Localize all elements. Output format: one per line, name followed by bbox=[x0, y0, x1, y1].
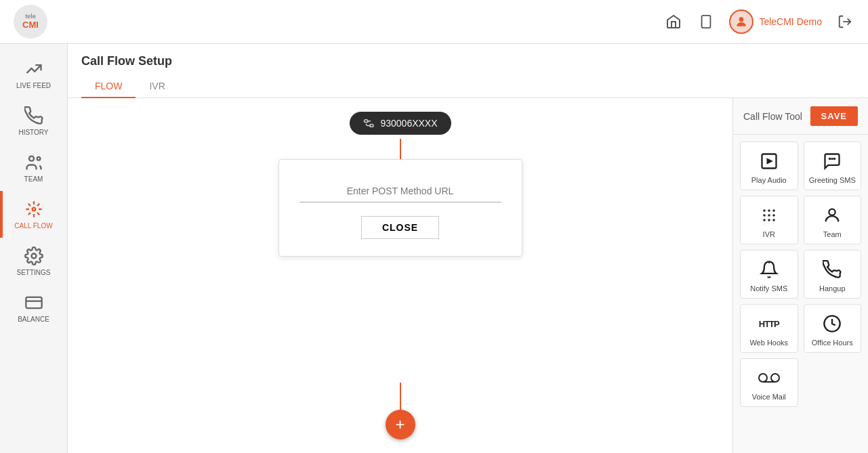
svg-point-22 bbox=[763, 219, 766, 221]
tool-notify-sms[interactable]: Notify SMS bbox=[740, 250, 798, 299]
svg-point-25 bbox=[829, 209, 835, 215]
svg-point-6 bbox=[32, 208, 35, 211]
svg-rect-8 bbox=[26, 297, 41, 308]
tool-label-greeting-sms: Greeting SMS bbox=[809, 176, 856, 184]
sidebar-label-history: HISTORY bbox=[18, 129, 48, 136]
svg-point-17 bbox=[768, 209, 770, 212]
mobile-icon[interactable] bbox=[697, 12, 716, 31]
right-panel: Call Flow Tool SAVE Play Audio bbox=[732, 98, 868, 453]
svg-point-4 bbox=[29, 156, 34, 161]
svg-point-20 bbox=[768, 214, 770, 217]
tab-ivr[interactable]: IVR bbox=[136, 75, 178, 98]
sidebar-label-balance: BALANCE bbox=[18, 316, 49, 323]
tool-greeting-sms[interactable]: Greeting SMS bbox=[804, 142, 862, 190]
connector-bottom bbox=[400, 383, 401, 410]
phone-number-text: 930006XXXX bbox=[380, 118, 437, 129]
sidebar-item-history[interactable]: HISTORY bbox=[0, 98, 67, 144]
notify-sms-icon bbox=[758, 259, 780, 280]
hangup-icon bbox=[821, 259, 843, 280]
sidebar-item-settings[interactable]: SETTINGS bbox=[0, 238, 67, 284]
svg-point-23 bbox=[768, 219, 770, 221]
tool-label-team: Team bbox=[823, 230, 842, 238]
layout: LIVE FEED HISTORY TEAM CALL FLOW bbox=[0, 44, 868, 453]
call-flow-icon bbox=[24, 199, 44, 219]
topbar: tele CMI TeleCMI Demo bbox=[0, 0, 868, 44]
tool-label-play-audio: Play Audio bbox=[751, 176, 787, 184]
office-hours-icon bbox=[821, 313, 843, 335]
voice-mail-icon bbox=[758, 367, 780, 389]
sidebar-label-call-flow: CALL FLOW bbox=[14, 222, 52, 230]
svg-point-18 bbox=[772, 209, 775, 212]
sidebar-item-call-flow[interactable]: CALL FLOW bbox=[0, 191, 67, 238]
home-icon[interactable] bbox=[664, 12, 683, 31]
panel-header: Call Flow Tool SAVE bbox=[733, 98, 868, 135]
page-title: Call Flow Setup bbox=[81, 54, 854, 68]
sidebar-item-live-feed[interactable]: LIVE FEED bbox=[0, 51, 67, 98]
tool-label-web-hooks: Web Hooks bbox=[749, 339, 788, 347]
tab-flow[interactable]: FLOW bbox=[81, 75, 136, 98]
balance-icon bbox=[24, 293, 44, 313]
flow-canvas: 930006XXXX CLOSE + bbox=[68, 98, 732, 453]
svg-point-28 bbox=[759, 374, 767, 382]
panel-tools: Play Audio Greeting SMS IV bbox=[733, 135, 868, 414]
tool-office-hours[interactable]: Office Hours bbox=[804, 304, 862, 353]
tabs: FLOW IVR bbox=[81, 75, 854, 98]
topbar-right: TeleCMI Demo bbox=[664, 9, 854, 34]
team-icon bbox=[24, 152, 44, 173]
sidebar-item-balance[interactable]: BALANCE bbox=[0, 284, 67, 331]
save-button[interactable]: SAVE bbox=[810, 106, 858, 126]
sidebar-label-live-feed: LIVE FEED bbox=[16, 82, 51, 89]
greeting-sms-icon bbox=[821, 150, 843, 172]
sidebar-item-team[interactable]: TEAM bbox=[0, 144, 67, 191]
flow-area: 930006XXXX CLOSE + Call Flow Tool bbox=[68, 98, 868, 453]
tool-voice-mail[interactable]: Voice Mail bbox=[740, 358, 798, 407]
user-avatar bbox=[729, 9, 753, 34]
history-icon bbox=[24, 106, 44, 126]
tool-web-hooks[interactable]: HTTP Web Hooks bbox=[740, 304, 798, 353]
svg-point-16 bbox=[763, 209, 766, 212]
web-hooks-icon: HTTP bbox=[758, 313, 780, 335]
content-header: Call Flow Setup FLOW IVR bbox=[68, 44, 868, 98]
tool-hangup[interactable]: Hangup bbox=[804, 250, 862, 299]
tool-ivr[interactable]: IVR bbox=[740, 196, 798, 244]
svg-marker-11 bbox=[766, 158, 772, 164]
logout-icon[interactable] bbox=[835, 12, 854, 31]
logo: tele CMI bbox=[14, 5, 47, 39]
sidebar-label-settings: SETTINGS bbox=[16, 269, 50, 276]
main-content: Call Flow Setup FLOW IVR 930006XXXX CLO bbox=[68, 44, 868, 453]
close-button[interactable]: CLOSE bbox=[361, 216, 439, 239]
panel-title: Call Flow Tool bbox=[743, 111, 802, 122]
connector-top bbox=[400, 139, 401, 159]
team-tool-icon bbox=[821, 204, 843, 226]
svg-point-21 bbox=[772, 214, 775, 217]
play-audio-icon bbox=[758, 150, 780, 172]
svg-rect-0 bbox=[702, 16, 711, 28]
svg-point-24 bbox=[772, 219, 775, 221]
post-url-input[interactable] bbox=[299, 180, 501, 202]
tool-team[interactable]: Team bbox=[804, 196, 862, 244]
user-name: TeleCMI Demo bbox=[759, 16, 822, 27]
tool-label-office-hours: Office Hours bbox=[812, 339, 853, 347]
sidebar: LIVE FEED HISTORY TEAM CALL FLOW bbox=[0, 44, 68, 453]
ivr-icon bbox=[758, 204, 780, 226]
tool-label-ivr: IVR bbox=[763, 230, 775, 238]
live-feed-icon bbox=[24, 59, 44, 79]
tool-label-notify-sms: Notify SMS bbox=[750, 284, 787, 293]
svg-point-5 bbox=[37, 157, 40, 160]
svg-point-19 bbox=[763, 214, 766, 217]
tool-label-voice-mail: Voice Mail bbox=[752, 393, 786, 401]
svg-point-29 bbox=[771, 374, 779, 382]
user-area[interactable]: TeleCMI Demo bbox=[729, 9, 822, 34]
active-indicator bbox=[0, 191, 3, 238]
svg-point-2 bbox=[739, 17, 744, 22]
sidebar-label-team: TEAM bbox=[24, 175, 43, 183]
settings-icon bbox=[24, 246, 44, 266]
tool-play-audio[interactable]: Play Audio bbox=[740, 142, 798, 190]
logo-area: tele CMI bbox=[14, 5, 47, 39]
svg-point-7 bbox=[31, 254, 36, 259]
phone-number-node: 930006XXXX bbox=[349, 112, 451, 135]
add-flow-button[interactable]: + bbox=[386, 410, 415, 439]
flow-dialog: CLOSE bbox=[278, 159, 522, 257]
tool-label-hangup: Hangup bbox=[819, 284, 846, 293]
